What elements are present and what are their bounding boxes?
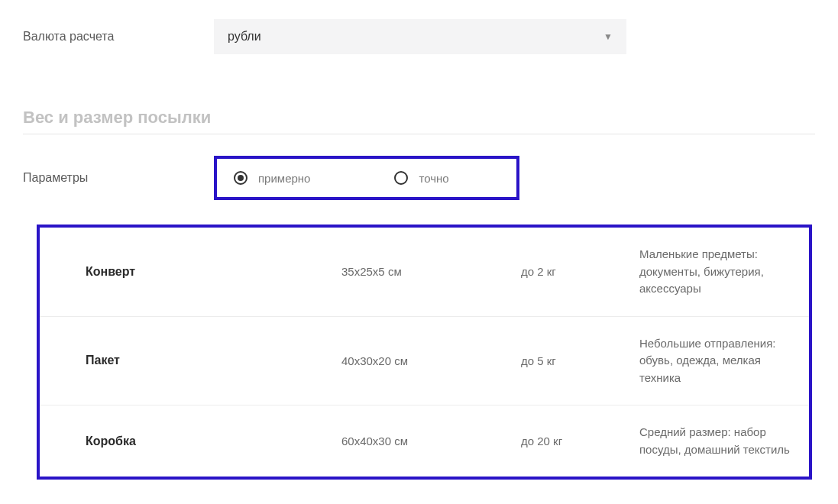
divider — [23, 134, 815, 134]
currency-select[interactable]: рубли ▼ — [214, 19, 626, 54]
radio-approximate-label: примерно — [258, 172, 310, 185]
package-description: Маленькие предметы: документы, бижутерия… — [639, 246, 809, 298]
table-row[interactable]: Пакет 40х30х20 см до 5 кг Небольшие отпр… — [40, 317, 809, 406]
radio-exact-label: точно — [419, 172, 448, 185]
chevron-down-icon: ▼ — [603, 31, 613, 42]
package-weight: до 2 кг — [521, 265, 639, 278]
package-description: Небольшие отправления: обувь, одежда, ме… — [639, 335, 809, 387]
package-weight: до 5 кг — [521, 354, 639, 367]
radio-approximate[interactable]: примерно — [234, 171, 310, 185]
package-dimensions: 40х30х20 см — [341, 354, 521, 367]
package-description: Средний размер: набор посуды, домашний т… — [639, 424, 809, 458]
package-name: Коробка — [86, 435, 341, 448]
table-row[interactable]: Конверт 35х25х5 см до 2 кг Маленькие пре… — [40, 228, 809, 317]
package-weight: до 20 кг — [521, 435, 639, 447]
currency-row: Валюта расчета рубли ▼ — [23, 19, 815, 54]
package-dimensions: 35х25х5 см — [341, 265, 521, 278]
package-name: Конверт — [86, 265, 341, 279]
section-title: Вес и размер посылки — [23, 108, 815, 128]
parameters-label: Параметры — [23, 171, 214, 185]
package-dimensions: 60х40х30 см — [341, 435, 521, 447]
parameters-row: Параметры примерно точно — [23, 156, 815, 200]
parameters-radio-group: примерно точно — [214, 156, 519, 200]
radio-icon — [394, 171, 408, 185]
radio-icon-selected — [234, 171, 248, 185]
currency-selected-value: рубли — [228, 30, 261, 44]
package-name: Пакет — [86, 354, 341, 367]
package-table: Конверт 35х25х5 см до 2 кг Маленькие пре… — [37, 225, 812, 480]
currency-label: Валюта расчета — [23, 30, 214, 44]
radio-exact[interactable]: точно — [394, 171, 448, 185]
table-row[interactable]: Коробка 60х40х30 см до 20 кг Средний раз… — [40, 405, 809, 477]
